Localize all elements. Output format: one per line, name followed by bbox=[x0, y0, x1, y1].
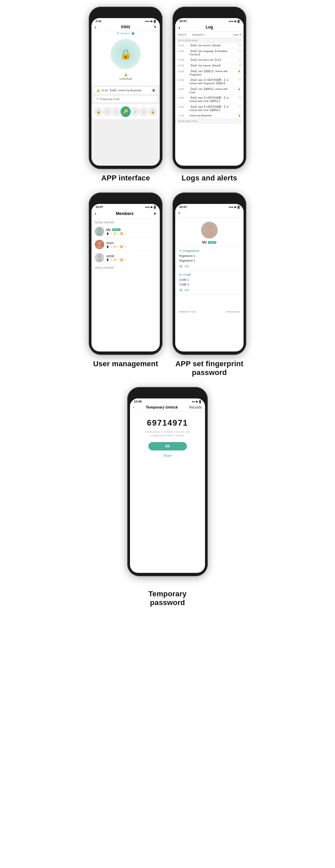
battery-icon-2: ▓ bbox=[237, 20, 239, 23]
fp-item-2[interactable]: fingerprint 2 bbox=[179, 258, 239, 263]
caption-members: User management bbox=[93, 360, 158, 368]
fingerprint-icon-mom: 🔑 bbox=[113, 246, 116, 248]
edit-button-1[interactable]: ✎ bbox=[154, 26, 157, 29]
caption-fingerprint: APP set fingerprint password bbox=[175, 360, 243, 377]
share-button[interactable]: Share bbox=[163, 454, 172, 458]
col-user: User ▾ bbox=[231, 33, 241, 36]
code-icon: ⊙ bbox=[179, 273, 182, 276]
signal-icon-5: ●● bbox=[192, 400, 195, 403]
cell-members: 10:07 ●●● ▶ ▓ ‹ Members + family member bbox=[89, 192, 163, 377]
member-name-me: Me Admin bbox=[106, 228, 157, 232]
admin-badge-me: Admin bbox=[112, 228, 121, 231]
status-bar-3: 10:07 ●●● ▶ ▓ bbox=[92, 204, 160, 209]
wifi-icon-2: ▶ bbox=[234, 20, 236, 23]
grid-icon: ⠿ bbox=[97, 98, 99, 101]
row-1: 2:41 ●●● ▶ ▓ ‹ DS02 ✎ bbox=[10, 7, 325, 182]
log-row-8: 13:51 【Me】Add【小琪不吃胡萝…】to Unlock with Cod… bbox=[175, 104, 243, 113]
notification-dot bbox=[153, 89, 155, 92]
medium-label: Medium bbox=[121, 32, 130, 35]
back-button-5[interactable]: ‹ bbox=[133, 405, 134, 409]
back-button-1[interactable]: ‹ bbox=[95, 25, 97, 30]
records-button[interactable]: Records bbox=[189, 405, 202, 409]
row-3: 10:56 ●● ▶ ▓ ‹ Temporary Unlock Records bbox=[10, 387, 325, 607]
nav-btn[interactable]: › bbox=[112, 107, 121, 116]
lock-btn[interactable]: 🔒 bbox=[94, 107, 103, 116]
log-row-2: 13:53 【Me】Set Auto Lock【On】 ⚙ bbox=[175, 57, 243, 63]
prev-btn[interactable]: ‹ bbox=[103, 107, 111, 116]
member-icons-mom: 📱 0 🔑 0 📶 0 bbox=[106, 246, 157, 248]
phone-icon-me: 📱 bbox=[106, 232, 109, 235]
lock-icon: 🔒 bbox=[120, 49, 132, 60]
log-row-3: 13:53 【Me】Set Volume【Mute】 ⚙ bbox=[175, 63, 243, 69]
code-section-title: ⊙ Code bbox=[179, 273, 239, 276]
phone-notch-3 bbox=[112, 196, 139, 203]
fp-item-1[interactable]: fingerprint 1 bbox=[179, 253, 239, 258]
battery-icon-5: ▓ bbox=[199, 400, 201, 403]
lock-area: 🔒 🔓 Unlocked bbox=[92, 36, 160, 85]
temp-code-row: ⠿ Temporary Code bbox=[94, 96, 158, 103]
signal-icon-2: ●●● bbox=[229, 20, 234, 23]
member-info-me: Me Admin 📱 2 🔑 2 📶 0 bbox=[106, 228, 157, 235]
bt-icon-me: 📶 bbox=[120, 232, 123, 235]
log-date-2: 05-09-2024 (Thu) bbox=[175, 119, 243, 124]
svg-point-4 bbox=[98, 254, 101, 258]
bt-icon-mom: 📶 bbox=[120, 246, 123, 248]
next2-btn[interactable]: › bbox=[139, 107, 148, 116]
code-item-1[interactable]: Code 1 bbox=[179, 277, 239, 282]
status-time-1: 2:41 bbox=[96, 20, 101, 23]
member-name-uncle: uncle bbox=[106, 254, 157, 258]
lock-circle: 🔒 bbox=[110, 39, 141, 69]
screen-app-interface: 2:41 ●●● ▶ ▓ ‹ DS02 ✎ bbox=[92, 18, 160, 166]
bell-icon: 🔔 bbox=[97, 89, 100, 92]
ok-button[interactable]: OK bbox=[148, 442, 187, 451]
member-uncle[interactable]: uncle 📱 0 🔑 0 📶 0 bbox=[92, 251, 160, 264]
fp-icon: ☉ bbox=[179, 249, 182, 253]
code-item-2[interactable]: Code 2 bbox=[179, 282, 239, 287]
caption-temp-password: Temporary password bbox=[148, 581, 187, 607]
status-bar-5: 10:56 ●● ▶ ▓ bbox=[130, 398, 205, 404]
fp-footer: Effective Time Permanent bbox=[175, 308, 243, 315]
member-info-mom: mom 📱 0 🔑 0 📶 0 bbox=[106, 241, 157, 248]
screen-temp-password: 10:56 ●● ▶ ▓ ‹ Temporary Unlock Records bbox=[130, 398, 205, 573]
back-button-2[interactable]: ‹ bbox=[178, 25, 180, 30]
svg-point-3 bbox=[96, 246, 103, 249]
add-fp-button[interactable]: ⊕ Add bbox=[179, 264, 239, 269]
status-bar-2: 10:07 ●●● ▶ ▓ bbox=[175, 18, 243, 24]
members-title: Members bbox=[116, 211, 134, 216]
caption-app-interface: APP interface bbox=[101, 174, 150, 182]
family-section-label: family member bbox=[92, 219, 160, 225]
back-button-3[interactable]: ‹ bbox=[95, 211, 96, 216]
status-icons-3: ●●● ▶ ▓ bbox=[145, 206, 156, 209]
fingerprint-icon-uncle: 🔑 bbox=[113, 258, 116, 261]
back-button-4[interactable]: ‹ bbox=[178, 211, 180, 215]
fp-spacer bbox=[175, 295, 243, 308]
member-name-mom: mom bbox=[106, 241, 157, 245]
key-btn[interactable]: 🔑 bbox=[121, 106, 131, 117]
status-icons-1: ●●● ▶ ▓ bbox=[145, 20, 156, 23]
fp-section: ☉ Fingerprint fingerprint 1 fingerprint … bbox=[175, 247, 243, 271]
phone-notch-2 bbox=[196, 10, 223, 17]
cell-temp-password: 10:56 ●● ▶ ▓ ‹ Temporary Unlock Records bbox=[127, 387, 208, 607]
unlock-btn[interactable]: 🔓 bbox=[148, 107, 157, 116]
add-code-button[interactable]: ⊕ Add bbox=[179, 288, 239, 292]
col-operate: Operate ▾ bbox=[192, 33, 230, 36]
phone-notch-5 bbox=[154, 391, 181, 397]
log-row-5: 13:52 【Me】Add【小琪不吃胡萝…】to Unlock with Fin… bbox=[175, 78, 243, 87]
app-header-1: ‹ DS02 ✎ bbox=[92, 24, 160, 31]
fp-avatar bbox=[201, 222, 218, 239]
page: 2:41 ●●● ▶ ▓ ‹ DS02 ✎ bbox=[0, 0, 335, 624]
row-2: 10:07 ●●● ▶ ▓ ‹ Members + family member bbox=[10, 192, 325, 377]
svg-point-0 bbox=[98, 228, 101, 232]
next-btn[interactable]: › bbox=[131, 107, 139, 116]
add-member-button[interactable]: + bbox=[154, 211, 157, 217]
svg-point-6 bbox=[205, 224, 213, 232]
fp-user-name: Me Admin bbox=[202, 241, 217, 244]
battery-icon-1: ▓ bbox=[154, 20, 156, 23]
member-me[interactable]: Me Admin 📱 2 🔑 2 📶 0 bbox=[92, 225, 160, 238]
member-mom[interactable]: mom 📱 0 🔑 0 📶 0 bbox=[92, 238, 160, 251]
temp-content: 69714971 Validity period: 5 minutes. It … bbox=[130, 411, 205, 462]
status-bar-4: 10:07 ●●● ▶ ▓ bbox=[175, 204, 243, 209]
phone-icon-mom: 📱 bbox=[106, 246, 109, 248]
temp-header: ‹ Temporary Unlock Records bbox=[130, 404, 205, 411]
caption-logs: Logs and alerts bbox=[181, 174, 237, 182]
